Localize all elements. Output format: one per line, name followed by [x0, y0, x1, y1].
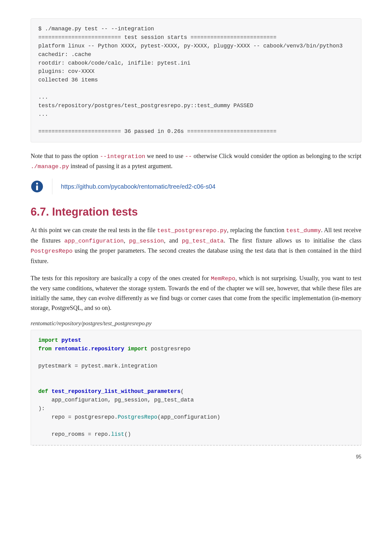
terminal-output-block: $ ./manage.py test -- --integration ====…	[31, 18, 361, 142]
code-double-dash: --	[185, 153, 192, 160]
text: we need to use	[145, 153, 185, 159]
code-pg-session: pg_session	[129, 238, 164, 244]
code-caption: rentomatic/repository/postgres/test_post…	[31, 320, 361, 327]
text: Note that to pass the option	[31, 153, 100, 159]
code-memrepo: MemRepo	[211, 275, 236, 282]
info-icon	[31, 180, 43, 193]
page-content: $ ./manage.py test -- --integration ====…	[0, 0, 392, 472]
text: The tests for this repository are basica…	[31, 275, 211, 281]
text: . The first fixture allows us to initial…	[224, 237, 362, 244]
info-note: https://github.com/pycabook/rentomatic/t…	[31, 179, 361, 194]
code-test-dummy: test_dummy	[286, 227, 321, 234]
code-test-file: test_postgresrepo.py	[157, 227, 227, 234]
section-heading: 6.7. Integration tests	[31, 205, 361, 218]
text: using the proper parameters. The second …	[31, 247, 361, 264]
code-app-configuration: app_configuration	[64, 238, 124, 244]
page-number: 95	[31, 454, 361, 460]
text: At this point we can create the real tes…	[31, 227, 157, 233]
python-code-block: import pytest from rentomatic.repository…	[31, 330, 361, 446]
code-manage-py: ./manage.py	[31, 163, 69, 170]
paragraph-memrepo: The tests for this repository are basica…	[31, 273, 361, 313]
svg-point-1	[36, 183, 38, 185]
code-postgres-repo: PostgresRepo	[31, 248, 73, 254]
paragraph-integration-option: Note that to pass the option --integrati…	[31, 151, 361, 171]
code-integration-flag: --integration	[100, 153, 145, 160]
text: , replacing the function	[227, 227, 286, 233]
paragraph-real-tests: At this point we can create the real tes…	[31, 225, 361, 266]
text: instead of passing it as a pytest argume…	[69, 163, 172, 169]
text: otherwise Click would consider the optio…	[192, 153, 361, 159]
text: ,	[124, 237, 129, 244]
svg-rect-2	[36, 186, 38, 190]
divider	[52, 179, 52, 194]
github-link[interactable]: https://github.com/pycabook/rentomatic/t…	[61, 183, 216, 190]
code-pg-test-data: pg_test_data	[182, 238, 224, 244]
text: , and	[164, 237, 182, 244]
